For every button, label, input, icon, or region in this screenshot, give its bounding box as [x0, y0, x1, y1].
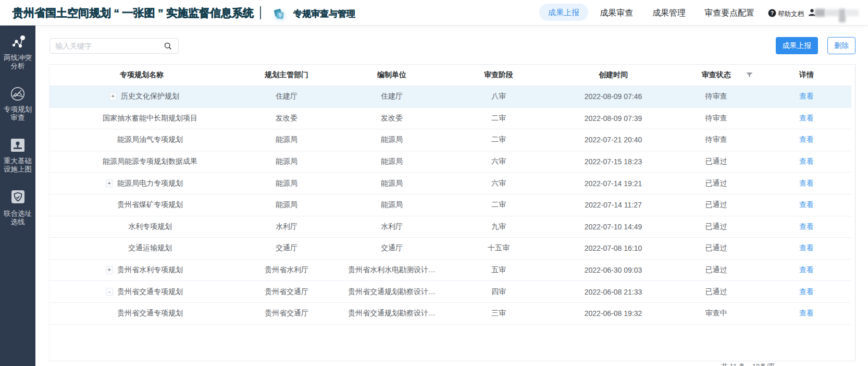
svg-text:?: ? [771, 10, 774, 16]
